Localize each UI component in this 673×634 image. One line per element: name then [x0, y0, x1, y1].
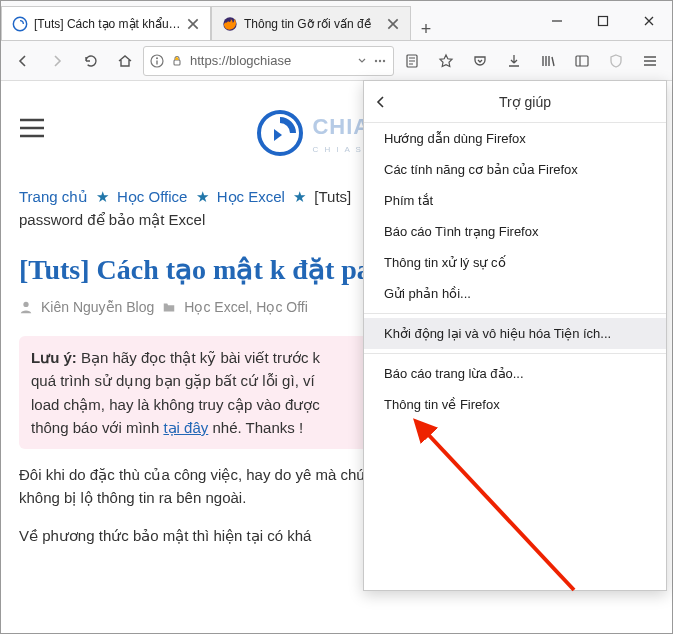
window-maximize-icon[interactable]	[580, 3, 626, 39]
svg-point-6	[375, 59, 377, 61]
site-menu-icon[interactable]	[19, 117, 45, 139]
site-favicon	[12, 16, 28, 32]
downloads-icon[interactable]	[498, 45, 530, 77]
notice-text: Bạn hãy đọc thật kỹ bài viết trước k	[81, 349, 320, 366]
panel-title: Trợ giúp	[394, 94, 656, 110]
svg-rect-10	[576, 56, 588, 66]
panel-item-guide[interactable]: Hướng dẫn dùng Firefox	[364, 123, 666, 154]
back-button[interactable]	[7, 45, 39, 77]
svg-point-8	[383, 59, 385, 61]
tab-label: Thông tin Gỡ rối vấn đề	[244, 17, 382, 31]
panel-separator	[364, 313, 666, 314]
tab-active[interactable]: [Tuts] Cách tạo mật khẩu chi	[1, 6, 211, 40]
breadcrumb-sep-icon: ★	[196, 188, 209, 205]
panel-item-feedback[interactable]: Gửi phản hồi...	[364, 278, 666, 309]
svg-point-4	[156, 57, 158, 59]
reader-mode-icon[interactable]	[396, 45, 428, 77]
tab-close-icon[interactable]	[186, 17, 200, 31]
post-category[interactable]: Học Excel, Học Offi	[184, 297, 308, 319]
pocket-icon[interactable]	[464, 45, 496, 77]
window-controls	[534, 1, 672, 40]
breadcrumb-sep-icon: ★	[293, 188, 306, 205]
panel-item-health[interactable]: Báo cáo Tình trạng Firefox	[364, 216, 666, 247]
window-minimize-icon[interactable]	[534, 3, 580, 39]
panel-item-troubleshoot[interactable]: Thông tin xử lý sự cố	[364, 247, 666, 278]
panel-item-shortcuts[interactable]: Phím tắt	[364, 185, 666, 216]
sidebar-icon[interactable]	[566, 45, 598, 77]
svg-rect-2	[599, 16, 608, 25]
svg-point-0	[13, 17, 26, 30]
svg-point-12	[23, 302, 28, 307]
breadcrumb-sep-icon: ★	[96, 188, 109, 205]
breadcrumb-hoc-excel[interactable]: Học Excel	[217, 188, 285, 205]
page-action-icon[interactable]	[373, 54, 387, 68]
window-close-icon[interactable]	[626, 3, 672, 39]
panel-item-about[interactable]: Thông tin về Firefox	[364, 389, 666, 420]
tab-label: [Tuts] Cách tạo mật khẩu chi	[34, 17, 182, 31]
browser-toolbar: https://blogchiase	[1, 41, 672, 81]
breadcrumb-tuts: [Tuts]	[314, 188, 351, 205]
breadcrumb-tail: password để bảo mật Excel	[19, 211, 205, 228]
url-text: https://blogchiase	[190, 53, 351, 68]
browser-tabs: [Tuts] Cách tạo mật khẩu chi Thông tin G…	[1, 1, 534, 40]
firefox-favicon	[222, 16, 238, 32]
panel-back-button[interactable]	[374, 95, 394, 109]
author-icon	[19, 300, 33, 314]
library-icon[interactable]	[532, 45, 564, 77]
panel-header: Trợ giúp	[364, 81, 666, 123]
svg-rect-5	[174, 60, 180, 65]
panel-separator	[364, 353, 666, 354]
reload-button[interactable]	[75, 45, 107, 77]
new-tab-button[interactable]: +	[411, 19, 441, 40]
panel-item-report-phishing[interactable]: Báo cáo trang lừa đảo...	[364, 358, 666, 389]
notice-text: nhé. Thanks !	[208, 419, 303, 436]
annotation-arrow-icon	[384, 400, 584, 600]
tab-inactive[interactable]: Thông tin Gỡ rối vấn đề	[211, 6, 411, 40]
svg-point-7	[379, 59, 381, 61]
extensions-icon[interactable]	[600, 45, 632, 77]
url-bar[interactable]: https://blogchiase	[143, 46, 394, 76]
forward-button[interactable]	[41, 45, 73, 77]
breadcrumb-home[interactable]: Trang chủ	[19, 188, 88, 205]
logo-mark-icon	[254, 107, 306, 159]
panel-footer	[364, 420, 666, 590]
panel-item-features[interactable]: Các tính năng cơ bản của Firefox	[364, 154, 666, 185]
notice-text: load chậm, hay là không truy cập vào đượ…	[31, 396, 320, 413]
url-dropdown-icon[interactable]	[357, 56, 367, 66]
notice-text: quá trình sử dụng bạn gặp bất cứ lỗi gì,…	[31, 372, 315, 389]
breadcrumb-hoc-office[interactable]: Học Office	[117, 188, 187, 205]
help-panel: Trợ giúp Hướng dẫn dùng Firefox Các tính…	[363, 80, 667, 591]
star-bookmark-icon[interactable]	[430, 45, 462, 77]
notice-label: Lưu ý:	[31, 349, 77, 366]
post-author[interactable]: Kiên Nguyễn Blog	[41, 297, 154, 319]
folder-icon	[162, 300, 176, 314]
notice-text: thông báo với mình	[31, 419, 163, 436]
security-warning-icon[interactable]	[170, 54, 184, 68]
window-titlebar: [Tuts] Cách tạo mật khẩu chi Thông tin G…	[1, 1, 672, 41]
notice-link[interactable]: tại đây	[163, 419, 208, 436]
tab-close-icon[interactable]	[386, 17, 400, 31]
info-icon[interactable]	[150, 54, 164, 68]
hamburger-menu-icon[interactable]	[634, 45, 666, 77]
panel-item-restart-disable-addons[interactable]: Khởi động lại và vô hiệu hóa Tiện ích...	[364, 318, 666, 349]
home-button[interactable]	[109, 45, 141, 77]
